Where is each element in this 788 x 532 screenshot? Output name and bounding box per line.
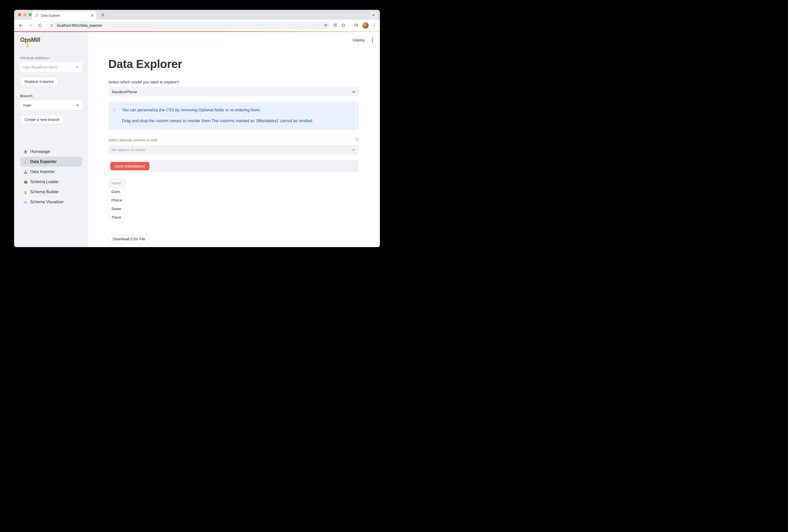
tab-search-icon[interactable] (370, 11, 377, 18)
sidebar-item-label: Schema Builder (30, 190, 59, 194)
house-icon (23, 150, 28, 154)
tab-strip: Data Explorer (14, 10, 380, 20)
sidebar-nav: Homepage Data Exporter Data Importer (20, 146, 82, 207)
puzzle-icon[interactable] (341, 23, 346, 28)
table-row: There (109, 213, 125, 221)
omit-placeholder: No options to select. (112, 147, 146, 152)
sidebar-item-homepage[interactable]: Homepage (20, 146, 82, 157)
app-menu-kebab-icon[interactable] (370, 37, 374, 43)
opsmill-logo: OpsMill (20, 37, 82, 45)
preview-table: name Goes Phone Some There (108, 179, 125, 222)
url-text[interactable]: localhost:8501/data_exporter (57, 23, 323, 27)
sidebar-item-label: Data Exporter (30, 159, 57, 164)
sidebar-item-label: Schema Loader (30, 180, 59, 184)
toolbar-actions (333, 22, 377, 29)
info-callout: You can personalize the CSV by removing … (108, 102, 359, 130)
star-icon[interactable] (323, 23, 328, 28)
infrahub-address-label: Infrahub Address: (20, 56, 82, 60)
download-csv-button[interactable]: Download CSV File (108, 234, 150, 243)
sidebar: OpsMill Infrahub Address: http://localho… (14, 32, 88, 247)
table-row: Some (109, 204, 125, 213)
page-title: Data Explorer (108, 57, 359, 71)
minimize-window-button[interactable] (23, 13, 26, 16)
infrahub-address-select[interactable]: http://localhost:8000 (20, 62, 82, 72)
browser-tab[interactable]: Data Explorer (32, 11, 96, 20)
table-header-name: name (109, 179, 125, 188)
branch-label: Branch: (20, 94, 82, 98)
table-row: Goes (109, 188, 125, 196)
tab-close-icon[interactable] (91, 13, 94, 18)
forward-icon[interactable] (27, 22, 34, 29)
browser-menu-kebab-icon[interactable] (373, 23, 377, 28)
column-pill-container: name (Mandatory) (108, 160, 359, 172)
page-content: Data Explorer Select which model you wan… (108, 32, 359, 243)
sidebar-item-label: Data Importer (30, 170, 55, 174)
close-window-button[interactable] (18, 13, 21, 16)
reload-icon[interactable] (37, 22, 43, 29)
branch-value: main (23, 103, 32, 107)
browser-toolbar: localhost:8501/data_exporter (14, 20, 380, 31)
model-selected-value: RandomPhone (112, 90, 137, 94)
sidebar-item-schema-builder[interactable]: Schema Builder (20, 187, 82, 197)
sidebar-item-data-importer[interactable]: Data Importer (20, 167, 82, 177)
eyes-icon (23, 200, 28, 204)
omit-label-row: Select optional columns to omit: (108, 138, 359, 142)
sidebar-item-data-exporter[interactable]: Data Exporter (20, 157, 82, 167)
telescope-icon (23, 159, 28, 164)
infrahub-address-value: http://localhost:8000 (23, 65, 57, 69)
branch-select[interactable]: main (20, 100, 82, 110)
tab-title: Data Explorer (41, 14, 89, 17)
media-controls-icon[interactable] (354, 23, 358, 28)
sidebar-item-label: Homepage (30, 150, 50, 154)
construction-worker-icon (23, 190, 28, 194)
back-icon[interactable] (18, 22, 24, 29)
model-question-label: Select which model you want to explore? (108, 80, 359, 84)
favicon-mascot-icon (35, 13, 39, 18)
sidebar-divider (20, 140, 82, 141)
traffic-lights (18, 13, 32, 16)
table-row: Phone (109, 196, 125, 204)
sidebar-item-label: Schema Visualizer (30, 200, 63, 204)
zoom-window-button[interactable] (29, 13, 32, 16)
deploy-button[interactable]: Deploy (353, 38, 365, 42)
sidebar-item-schema-visualizer[interactable]: Schema Visualizer (20, 197, 82, 207)
streamlit-header: Deploy (353, 37, 374, 43)
model-select[interactable]: RandomPhone (108, 87, 359, 97)
streamlit-app: OpsMill Infrahub Address: http://localho… (14, 32, 380, 247)
package-icon (23, 180, 28, 184)
browser-window: Data Explorer localhost:8501/data_export… (14, 10, 380, 247)
site-info-icon[interactable] (48, 22, 55, 29)
info-line-1: You can personalize the CSV by removing … (122, 107, 353, 113)
create-branch-button[interactable]: Create a new branch (20, 115, 64, 124)
omit-columns-select[interactable]: No options to select. (108, 145, 359, 155)
replace-instance-button[interactable]: Replace Instance (20, 77, 58, 86)
info-line-2: Drag and drop the column names to reorde… (122, 118, 353, 124)
light-bulb-icon (112, 107, 117, 113)
extension-starburst-icon[interactable] (333, 23, 338, 28)
profile-avatar[interactable] (362, 22, 369, 29)
opsmill-mascot-icon (25, 41, 30, 48)
main-area: Deploy Data Explorer Select which model … (88, 32, 380, 247)
mandatory-column-pill[interactable]: name (Mandatory) (110, 162, 150, 170)
sidebar-item-schema-loader[interactable]: Schema Loader (20, 177, 82, 187)
address-bar[interactable]: localhost:8501/data_exporter (47, 21, 330, 29)
new-tab-icon[interactable] (100, 12, 106, 18)
help-icon[interactable] (355, 138, 359, 142)
toolbar-divider (350, 23, 350, 28)
inbox-tray-icon (23, 170, 28, 174)
omit-columns-label: Select optional columns to omit: (108, 138, 158, 142)
